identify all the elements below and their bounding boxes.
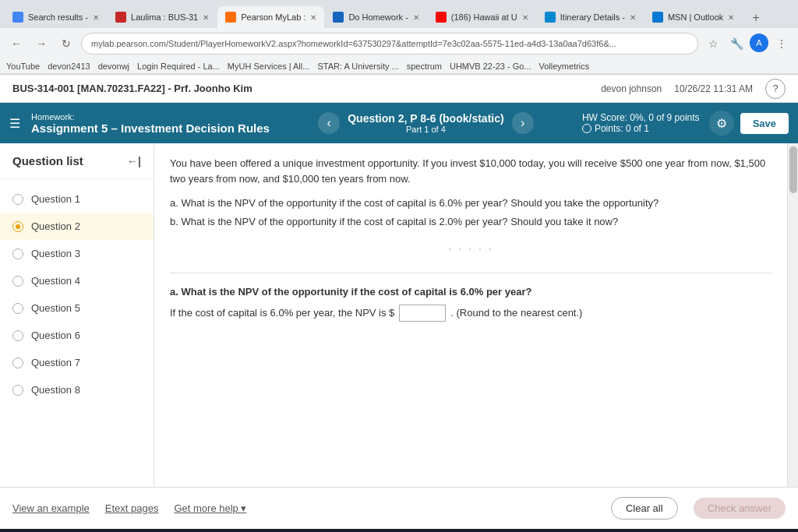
get-more-help-button[interactable]: Get more help ▾: [174, 502, 246, 514]
sidebar-item-question-3[interactable]: Question 3: [0, 240, 154, 267]
tab-pearson[interactable]: Pearson MyLab : ✕: [217, 6, 324, 28]
sidebar-item-question-6[interactable]: Question 6: [0, 322, 154, 349]
view-example-button[interactable]: View an example: [12, 502, 90, 514]
address-text: mylab.pearson.com/Student/PlayerHomework…: [91, 39, 616, 48]
bookmark-volleymetrics[interactable]: Volleymetrics: [539, 62, 590, 71]
npv-answer-input[interactable]: [399, 305, 446, 322]
settings-gear-button[interactable]: ⚙: [709, 111, 734, 136]
tab-close-0[interactable]: ✕: [93, 13, 99, 22]
part-label: Part 1 of 4: [348, 125, 503, 134]
datetime: 10/26/22 11:31 AM: [674, 83, 753, 94]
address-bar[interactable]: mylab.pearson.com/Student/PlayerHomework…: [81, 33, 698, 55]
check-answer-button[interactable]: Check answer: [694, 498, 786, 519]
collapse-sidebar-icon[interactable]: ←|: [127, 155, 141, 167]
etext-pages-button[interactable]: Etext pages: [105, 502, 159, 514]
bookmark-devonwj[interactable]: devonwj: [98, 62, 129, 71]
answer-suffix: . (Round to the nearest cent.): [450, 305, 582, 321]
hw-score-label: HW Score: 0%, 0 of 9 points: [582, 112, 700, 123]
question-4-label: Question 4: [31, 275, 80, 287]
points-label: Points: 0 of 1: [595, 123, 649, 134]
sidebar-item-question-7[interactable]: Question 7: [0, 349, 154, 376]
tab-favicon-2: [225, 12, 236, 23]
tab-label-6: MSN | Outlook: [668, 12, 723, 22]
user-name: devon johnson: [601, 83, 662, 94]
extension-icon[interactable]: 🔧: [726, 33, 747, 54]
tab-itinerary[interactable]: Itinerary Details - ✕: [537, 6, 644, 28]
refresh-button[interactable]: ↻: [56, 33, 76, 54]
bookmark-login[interactable]: Login Required - La...: [137, 62, 220, 71]
app-header: BUS-314-001 [MAN.70231.FA22] - Prf. Joon…: [0, 75, 798, 103]
nav-icons: ☆ 🔧 A ⋮: [703, 33, 792, 54]
bottom-toolbar: View an example Etext pages Get more hel…: [0, 487, 798, 529]
question-title: Question 2, P 8-6 (book/static): [348, 112, 503, 125]
points-row: Points: 0 of 1: [582, 123, 700, 134]
tab-label-2: Pearson MyLab :: [241, 12, 305, 22]
bookmark-devon2413[interactable]: devon2413: [48, 62, 90, 71]
bookmark-spectrum[interactable]: spectrum: [407, 62, 442, 71]
resize-dots-icon: · · · · ·: [448, 240, 493, 259]
tab-search[interactable]: Search results - ✕: [5, 6, 107, 28]
help-button[interactable]: ?: [765, 79, 786, 99]
sidebar-item-question-2[interactable]: Question 2: [0, 213, 154, 240]
back-button[interactable]: ←: [6, 33, 26, 54]
profile-icon[interactable]: A: [750, 33, 768, 52]
sidebar-item-question-4[interactable]: Question 4: [0, 267, 154, 294]
app-header-title: BUS-314-001 [MAN.70231.FA22] - Prf. Joon…: [12, 83, 252, 94]
tab-favicon-5: [545, 12, 556, 23]
tab-msn[interactable]: MSN | Outlook ✕: [644, 6, 742, 28]
sub-question-text: a. What is the NPV of the opportunity if…: [170, 284, 772, 300]
bookmark-myuh[interactable]: MyUH Services | All...: [228, 62, 310, 71]
question-nav: ‹ Question 2, P 8-6 (book/static) Part 1…: [270, 112, 582, 134]
question-7-radio: [12, 358, 23, 368]
next-question-button[interactable]: ›: [512, 112, 534, 134]
tab-close-2[interactable]: ✕: [310, 13, 316, 22]
tab-do-homework[interactable]: Do Homework - ✕: [325, 6, 426, 28]
part-a-text: a. What is the NPV of the opportunity if…: [170, 196, 772, 211]
new-tab-button[interactable]: +: [746, 8, 766, 28]
browser-chrome: Search results - ✕ Laulima : BUS-31 ✕ Pe…: [0, 0, 798, 75]
content-divider: [170, 273, 772, 273]
save-button[interactable]: Save: [740, 113, 789, 134]
taskbar: ⌕ ⧉ 11:31 AM: [0, 529, 798, 532]
tab-favicon-3: [333, 12, 344, 23]
tab-label-3: Do Homework -: [348, 12, 408, 22]
vertical-scrollbar[interactable]: [787, 143, 798, 487]
question-info: Question 2, P 8-6 (book/static) Part 1 o…: [348, 112, 503, 134]
question-4-radio: [12, 276, 23, 287]
menu-icon[interactable]: ☰: [9, 116, 20, 131]
clear-all-button[interactable]: Clear all: [611, 497, 678, 520]
sidebar-item-question-8[interactable]: Question 8: [0, 376, 154, 403]
sidebar: Question list ←| Question 1 Question 2 Q…: [0, 143, 154, 487]
tab-close-1[interactable]: ✕: [203, 13, 209, 22]
forward-button[interactable]: →: [31, 33, 51, 54]
question-2-label: Question 2: [31, 220, 80, 232]
answer-row: If the cost of capital is 6.0% per year,…: [170, 305, 772, 322]
resize-handle[interactable]: · · · · ·: [170, 237, 772, 262]
question-6-label: Question 6: [31, 329, 80, 341]
homework-label: Homework:: [31, 112, 270, 122]
tab-label: Search results -: [28, 12, 88, 22]
assignment-name: Assignment 5 – Investment Decision Rules: [31, 122, 270, 135]
question-8-radio: [12, 385, 23, 396]
more-options-icon[interactable]: ⋮: [772, 33, 792, 54]
bookmarks-bar: YouTube devon2413 devonwj Login Required…: [0, 59, 798, 74]
sidebar-item-question-5[interactable]: Question 5: [0, 294, 154, 322]
tab-close-5[interactable]: ✕: [630, 13, 636, 22]
tab-favicon: [12, 12, 23, 23]
tab-close-4[interactable]: ✕: [522, 13, 528, 22]
main-area: Question list ←| Question 1 Question 2 Q…: [0, 143, 798, 487]
tab-laulima[interactable]: Laulima : BUS-31 ✕: [108, 6, 217, 28]
tab-hawaii[interactable]: (186) Hawaii at U ✕: [428, 6, 536, 28]
question-5-label: Question 5: [31, 302, 80, 314]
tab-close-3[interactable]: ✕: [413, 13, 419, 22]
tab-close-6[interactable]: ✕: [728, 13, 734, 22]
bookmark-star[interactable]: STAR: A University ...: [317, 62, 398, 71]
tab-label-5: Itinerary Details -: [560, 12, 625, 22]
sidebar-header: Question list ←|: [0, 143, 154, 179]
bookmark-icon[interactable]: ☆: [703, 33, 723, 54]
sidebar-item-question-1[interactable]: Question 1: [0, 185, 154, 213]
scrollbar-thumb[interactable]: [789, 146, 797, 193]
bookmark-youtube[interactable]: YouTube: [6, 62, 40, 71]
bookmark-uhmvb[interactable]: UHMVB 22-23 - Go...: [450, 62, 531, 71]
prev-question-button[interactable]: ‹: [318, 112, 340, 134]
